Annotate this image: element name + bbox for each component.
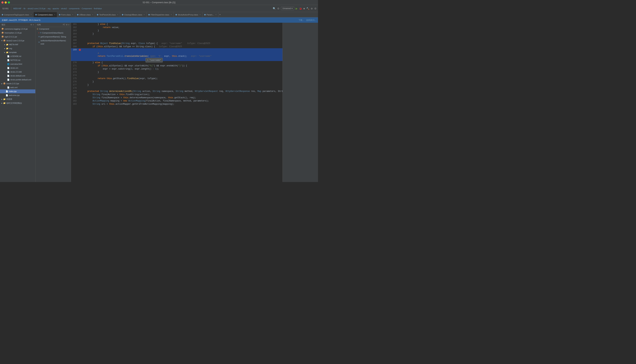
tab-icon	[97, 14, 98, 16]
breadcrumb-org[interactable]: org	[48, 8, 51, 10]
code-line-182: 182 ActionMapping mapping = new ActionMa…	[71, 99, 283, 102]
code-line-178: 178	[71, 86, 283, 90]
run-config-dropdown[interactable]: Unnamed ▾	[281, 7, 294, 10]
struct-item-getcomponentname[interactable]: m getComponentName(): String	[36, 35, 71, 39]
tab-form[interactable]: Form.class ×	[57, 12, 75, 17]
tab-component[interactable]: Component.class ×	[34, 12, 57, 17]
tree-item-commons[interactable]: 📦 commons-logging-1.0.4.jar	[0, 27, 35, 31]
method-icon: m	[38, 40, 40, 44]
minimize-button[interactable]	[5, 2, 7, 4]
breadcrumb-components[interactable]: components	[69, 8, 80, 10]
tab-close-icon[interactable]: ×	[31, 14, 32, 16]
tab-icon	[77, 14, 79, 16]
tab-componenttagsupport[interactable]: ComponentTagSupport.class ×	[0, 12, 34, 17]
settings-icon[interactable]: ⚙	[277, 7, 280, 10]
tree-item-ognl[interactable]: 📦 ognl-2.6.11.jar	[0, 35, 35, 39]
debug-button[interactable]: 🐞	[299, 7, 302, 10]
tree-item-freemarker[interactable]: 📦 freemarker-2.3.8.jar	[0, 31, 35, 35]
tree-item-org[interactable]: ▸ 📁 org	[0, 46, 35, 50]
sidebar-filter-icon[interactable]: ≡	[33, 24, 34, 26]
tab-icon	[35, 14, 37, 16]
vm-icon: 📄	[7, 66, 10, 70]
code-line-165: 165	[71, 36, 283, 39]
sidebar-settings-icon[interactable]: ⚙	[30, 24, 32, 26]
window-title: S2-001 – Component.class [lib (2)]	[143, 1, 176, 4]
code-editor: 161 } else { 162 return value; 163	[71, 23, 283, 182]
close-button[interactable]	[2, 2, 4, 4]
tree-item-struts2core[interactable]: ▾ 📦 struts2-core-2.0.8.jar	[0, 39, 35, 42]
sidebar-header: 项目 ⚙ ≡	[0, 23, 35, 27]
tab-uibean[interactable]: UIBean.class ×	[75, 12, 95, 17]
project-label[interactable]: S2-001	[2, 7, 10, 10]
struct-item-constructor[interactable]: ● m Component(ValueStack)	[36, 31, 71, 35]
struct-item-setactionname[interactable]: m setActionName(ActionName): void	[36, 39, 71, 46]
search-everywhere-icon[interactable]: ⊕	[311, 7, 313, 10]
tree-item-strutsvm[interactable]: 📄 struts.vm	[0, 66, 35, 70]
tree-item-strutsdtd[interactable]: 📄 struts-2.0.dtd	[0, 70, 35, 74]
breadcrumb-webinf[interactable]: WEB-INF	[13, 8, 21, 10]
tree-item-strutsportletxml[interactable]: 📄 struts-portlet-default.xml	[0, 78, 35, 82]
breadcrumb-lib[interactable]: lib	[24, 8, 26, 10]
tab-closinguibean[interactable]: ClosingUIBean.class ×	[120, 12, 147, 17]
jar-icon: 📦	[3, 82, 6, 85]
tab-close-icon[interactable]: ×	[200, 14, 201, 16]
tree-item-strutsdefaultxml[interactable]: 📄 struts-default.xml	[0, 74, 35, 78]
tree-item-metainf[interactable]: ▸ 📁 META-INF	[0, 42, 35, 46]
struct-item-component[interactable]: C Component	[36, 27, 71, 31]
tab-strutsactionproxy[interactable]: StrutsActionProxy.class ×	[174, 12, 203, 17]
code-scroll-area[interactable]: 161 } else { 162 return value; 163	[71, 23, 283, 182]
tab-close-icon[interactable]: ×	[54, 14, 55, 16]
code-content: 161 } else { 162 return value; 163	[71, 23, 283, 106]
tab-icon	[2, 14, 3, 16]
struct-settings-icon[interactable]: ⚙	[66, 24, 68, 26]
struct-filter-icon[interactable]: ≡	[68, 24, 69, 26]
download-link[interactable]: 下载...	[298, 19, 304, 22]
maximize-button[interactable]	[8, 2, 10, 4]
code-line-167: 167 protected Object findValue(String ex…	[71, 42, 283, 45]
more-tabs-button[interactable]: ▾	[218, 12, 222, 17]
jar-icon: 📦	[2, 27, 4, 30]
tab-textparseutil[interactable]: TextParseUtil.class ×	[95, 12, 120, 17]
tab-icon	[59, 14, 60, 16]
tree-item-license[interactable]: 📄 LICENSE.txt	[0, 54, 35, 58]
class-icon: C	[37, 27, 38, 30]
settings2-icon[interactable]: ⚙	[314, 7, 317, 10]
run-button[interactable]: ▶	[296, 7, 298, 10]
sidebar-title: 项目	[2, 24, 5, 26]
tree-item-notice[interactable]: 📄 NOTICE.txt	[0, 58, 35, 62]
structure-header: 结构 AZ ⚙ ≡	[36, 23, 71, 27]
build-button[interactable]: 🔨	[306, 7, 309, 10]
struct-sort-icon[interactable]: AZ	[63, 24, 65, 26]
breadcrumb-struts2[interactable]: struts2	[61, 8, 67, 10]
tree-item-webxml[interactable]: 📄 web.xml	[0, 86, 35, 90]
tree-item-temp[interactable]: ▸ 📁 临时文件和控制台	[0, 101, 35, 105]
tree-item-template[interactable]: ▸ 📁 template	[0, 50, 35, 54]
tab-close-icon[interactable]: ×	[171, 14, 172, 16]
tree-item-external[interactable]: ▸ 📁 外部库	[0, 97, 35, 101]
html-icon: 🌐	[7, 62, 10, 66]
jar-icon: 📦	[2, 31, 4, 34]
tab-close-icon[interactable]: ×	[72, 14, 73, 16]
tab-close-icon[interactable]: ×	[117, 14, 118, 16]
toolbar-right: 🔍 ⚙ Unnamed ▾ ▶ 🐞 ■ 🔨 ⊕ ⚙	[273, 7, 317, 10]
tree-item-welcomejsp[interactable]: 📄 welcome.jsp	[0, 93, 35, 97]
tab-filterdispatcher[interactable]: FilterDispatcher.class ×	[147, 12, 174, 17]
code-line-171: 171 if (this.altSyntax() && expr.startsW…	[71, 64, 283, 68]
breakpoint-marker[interactable]	[79, 49, 81, 51]
breadcrumb-apache[interactable]: apache	[53, 8, 59, 10]
breadcrumb-jar[interactable]: struts2-core-2.0.8.jar	[28, 8, 46, 10]
tab-close-icon[interactable]: ×	[215, 14, 217, 16]
tab-close-icon[interactable]: ×	[144, 14, 145, 16]
search-icon[interactable]: 🔍	[273, 7, 276, 10]
select-source-link[interactable]: 选择源(S)...	[306, 19, 316, 22]
tab-close-icon[interactable]: ×	[92, 14, 93, 16]
tab-param[interactable]: Param... ×	[203, 12, 218, 17]
tree-item-indexjsp[interactable]: 📄 index.jsp	[0, 90, 35, 93]
breadcrumb-findvalue[interactable]: findValue	[94, 8, 102, 10]
breadcrumb-component[interactable]: Component	[82, 8, 92, 10]
tree-item-xwork[interactable]: ▸ 📦 xwork-2.0.3.jar	[0, 82, 35, 86]
jsp-icon: 📄	[6, 94, 8, 97]
stop-button[interactable]: ■	[303, 7, 305, 10]
folder-icon: 📁	[3, 98, 6, 101]
tree-item-overview[interactable]: 🌐 overview.html	[0, 62, 35, 66]
